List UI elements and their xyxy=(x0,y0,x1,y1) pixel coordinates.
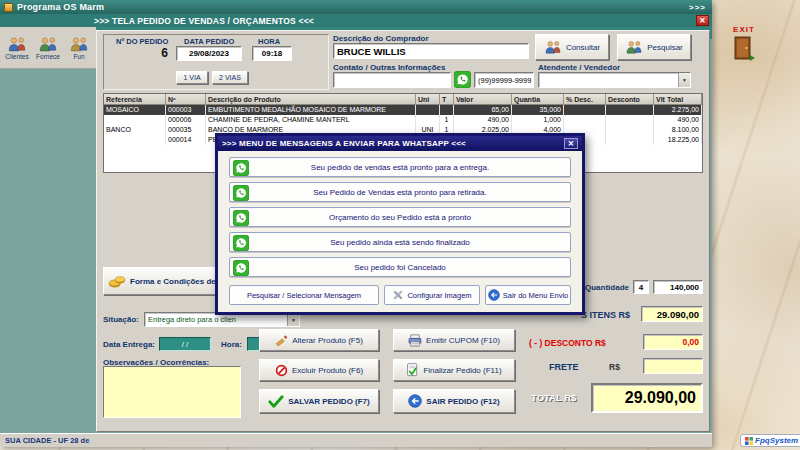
wa-message-retirada-button[interactable]: Seu Pedido de Vendas está pronto para re… xyxy=(229,182,571,202)
pesquisar-button[interactable]: Pesquisar xyxy=(617,34,691,60)
phone-value: (99)99999-9999 xyxy=(478,76,531,85)
configurar-imagem-button[interactable]: Configurar Imagem xyxy=(384,285,480,305)
cell: 000035 xyxy=(166,125,206,135)
whatsapp-icon[interactable] xyxy=(454,71,471,88)
cell xyxy=(416,115,440,125)
cell xyxy=(104,135,166,145)
forbidden-icon xyxy=(275,364,288,377)
whatsapp-message-modal: >>> MENU DE MENSAGENS A ENVIAR PARA WHAT… xyxy=(215,133,585,315)
itens-total-field: 29.090,00 xyxy=(641,306,703,322)
frete-field[interactable] xyxy=(643,358,703,374)
whatsapp-icon xyxy=(233,235,249,251)
cell: BANCO xyxy=(104,125,166,135)
alterar-produto-button[interactable]: Alterar Produto (F5) xyxy=(259,329,379,351)
quantidade-count-field: 4 xyxy=(633,280,649,294)
cell: Quantia xyxy=(512,94,564,105)
data-pedido-label: DATA PEDIDO xyxy=(184,37,234,46)
coins-icon xyxy=(108,274,126,289)
statusbar: SUA CIDADE - UF 28 de xyxy=(0,433,712,447)
check-icon xyxy=(268,395,284,408)
total-field: 29.090,00 xyxy=(591,383,703,413)
cell: 1 xyxy=(440,115,454,125)
modal-titlebar[interactable]: >>> MENU DE MENSAGENS A ENVIAR PARA WHAT… xyxy=(218,136,582,151)
pencil-icon xyxy=(275,334,288,347)
comprador-field[interactable]: BRUCE WILLIS xyxy=(333,43,529,59)
wa-message-finalizando-button[interactable]: Seu pedido ainda está sendo finalizado xyxy=(229,232,571,252)
cell: Referencia xyxy=(104,94,166,105)
cell: 35,000 xyxy=(512,105,564,115)
finalizar-pedido-button[interactable]: Finalizar Pedido (F11) xyxy=(393,359,515,381)
itens-label: S ITENS R$ xyxy=(581,310,630,320)
wa-message-entrega-button[interactable]: Seu pedido de vendas está pronto para a … xyxy=(229,157,571,177)
cell: 000006 xyxy=(166,115,206,125)
observacoes-textarea[interactable] xyxy=(103,366,241,418)
toolbar-fornecedores-button[interactable]: Fornece xyxy=(33,28,63,67)
via1-button[interactable]: 1 VIA xyxy=(176,71,208,84)
comprador-label: Descrição do Comprador xyxy=(333,34,429,43)
people-icon xyxy=(38,36,58,52)
toolbar-funcionarios-button[interactable]: Fun xyxy=(64,28,94,67)
cell: Vlt Total xyxy=(654,94,702,105)
atendente-label: Atendente / Vendedor xyxy=(538,63,620,72)
exit-shortcut[interactable]: EXIT xyxy=(722,25,766,71)
atendente-combo[interactable]: ▼ xyxy=(538,72,691,88)
comprador-value: BRUCE WILLIS xyxy=(337,46,406,57)
data-pedido-value: 29/08/2023 xyxy=(189,49,229,58)
cell: 1,000 xyxy=(512,115,564,125)
cell: 000003 xyxy=(166,105,206,115)
tools-icon xyxy=(392,289,404,301)
cell: 490,00 xyxy=(654,115,702,125)
via2-button[interactable]: 2 VIAS xyxy=(212,71,248,84)
modal-close-icon[interactable]: ✕ xyxy=(564,138,578,149)
chevron-down-icon[interactable]: ▼ xyxy=(678,73,690,87)
hora-pedido-field[interactable]: 09:18 xyxy=(252,46,292,61)
cell: CHAMINE DE PEDRA, CHAMINE MANTERL xyxy=(206,115,416,125)
whatsapp-icon xyxy=(233,210,249,226)
phone-field[interactable]: (99)99999-9999 xyxy=(474,72,534,88)
cell xyxy=(564,115,606,125)
data-entrega-field[interactable]: / / xyxy=(159,337,211,351)
cell xyxy=(564,105,606,115)
child-window-titlebar: >>> TELA PEDIDO DE VENDAS / ORÇAMENTOS <… xyxy=(0,14,712,27)
excluir-produto-button[interactable]: Excluir Produto (F6) xyxy=(259,359,379,381)
frete-currency-label: R$ xyxy=(609,362,620,372)
sair-pedido-button[interactable]: SAIR PEDIDO (F12) xyxy=(393,389,515,413)
table-row[interactable]: 000006CHAMINE DE PEDRA, CHAMINE MANTERL1… xyxy=(104,115,702,125)
cell: 18.225,00 xyxy=(654,135,702,145)
toolbar: Clientes Fornece Fun xyxy=(0,27,96,69)
desconto-label: ( - ) DESCONTO R$ xyxy=(529,338,606,348)
emitir-cupom-button[interactable]: Emitir CUPOM (F10) xyxy=(393,329,515,351)
sair-menu-envio-button[interactable]: Sair do Menu Envio xyxy=(485,285,571,305)
printer-icon xyxy=(408,334,422,347)
hora-entrega-label: Hora: xyxy=(221,340,242,349)
exit-label: EXIT xyxy=(733,25,755,34)
whatsapp-icon xyxy=(233,260,249,276)
wa-message-orcamento-button[interactable]: Orçamento do seu Pedido está a pronto xyxy=(229,207,571,227)
wa-message-cancelado-button[interactable]: Seu pedido foi Cancelado xyxy=(229,257,571,277)
data-pedido-field[interactable]: 29/08/2023 xyxy=(176,46,242,61)
pedido-value: 6 xyxy=(126,46,168,60)
cell xyxy=(104,115,166,125)
close-icon[interactable]: ✕ xyxy=(696,15,709,26)
toolbar-clientes-button[interactable]: Clientes xyxy=(2,28,32,67)
people-icon xyxy=(7,36,27,52)
order-number-panel: Nº DO PEDIDO DATA PEDIDO HORA 6 29/08/20… xyxy=(103,34,329,90)
cell: T xyxy=(440,94,454,105)
exit-door-icon xyxy=(731,34,757,62)
desktop: Programa OS Marm >>> >>> TELA PEDIDO DE … xyxy=(0,0,800,450)
situacao-label: Situação: xyxy=(103,315,139,324)
back-arrow-icon xyxy=(488,289,500,301)
cell: EMBUTIMENTO MEDALHÃO MOSAICO DE MARMORE xyxy=(206,105,416,115)
frete-label: FRETE xyxy=(549,362,579,372)
screen-title: >>> TELA PEDIDO DE VENDAS / ORÇAMENTOS <… xyxy=(94,16,314,26)
pesquisar-mensagem-button[interactable]: Pesquisar / Selecionar Mensagem xyxy=(229,285,379,305)
window-expand-control[interactable]: >>> xyxy=(689,3,706,12)
salvar-pedido-button[interactable]: SALVAR PEDIDO (F7) xyxy=(259,389,379,413)
back-arrow-icon xyxy=(408,394,422,408)
desconto-field[interactable]: 0,00 xyxy=(643,334,703,350)
app-titlebar[interactable]: Programa OS Marm >>> xyxy=(0,0,712,14)
table-row[interactable]: MOSAICO000003EMBUTIMENTO MEDALHÃO MOSAIC… xyxy=(104,105,702,115)
contato-field[interactable] xyxy=(333,72,451,88)
table-header: ReferenciaNºDescrição do ProdutoUniTValo… xyxy=(104,94,702,105)
consultar-button[interactable]: Consultar xyxy=(535,34,609,60)
